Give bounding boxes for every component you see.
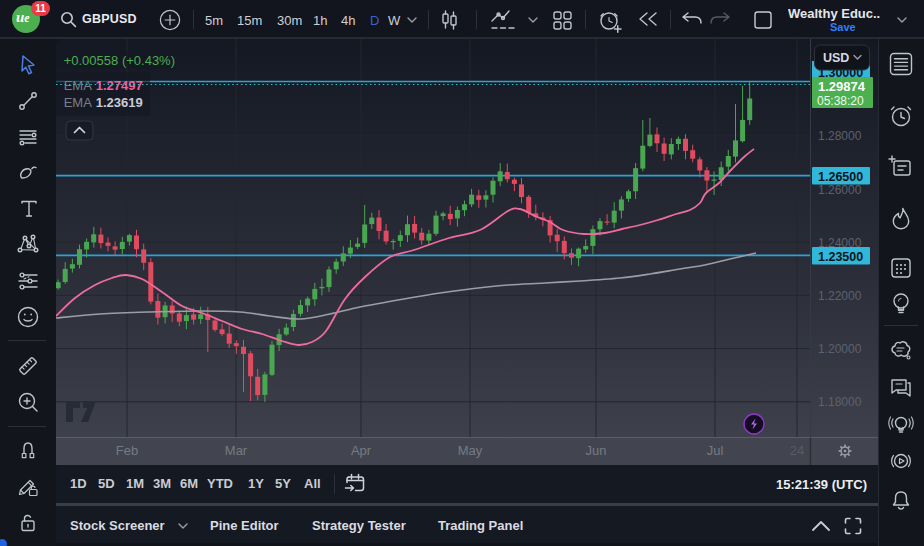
svg-text:Apr: Apr: [351, 443, 372, 458]
svg-text:Mar: Mar: [225, 443, 248, 458]
svg-text:Jul: Jul: [707, 443, 724, 458]
svg-text:USD: USD: [823, 51, 849, 65]
svg-text:1.27497: 1.27497: [96, 78, 143, 93]
svg-text:+0.00558 (+0.43%): +0.00558 (+0.43%): [64, 53, 175, 68]
svg-text:1.22000: 1.22000: [818, 289, 862, 303]
svg-text:05:38:20: 05:38:20: [817, 94, 864, 108]
svg-text:1.20000: 1.20000: [818, 342, 862, 356]
svg-text:1.23619: 1.23619: [96, 95, 143, 110]
svg-text:Jun: Jun: [586, 443, 607, 458]
svg-text:1.29874: 1.29874: [818, 79, 866, 94]
svg-text:24: 24: [790, 443, 804, 458]
svg-text:EMA: EMA: [64, 95, 92, 110]
svg-text:1.26000: 1.26000: [818, 183, 862, 197]
svg-text:1.18000: 1.18000: [818, 395, 862, 409]
svg-text:Feb: Feb: [116, 443, 138, 458]
svg-text:May: May: [458, 443, 483, 458]
svg-text:1.26500: 1.26500: [818, 170, 863, 184]
svg-text:1.23500: 1.23500: [818, 250, 863, 264]
svg-text:1.28000: 1.28000: [818, 129, 862, 143]
